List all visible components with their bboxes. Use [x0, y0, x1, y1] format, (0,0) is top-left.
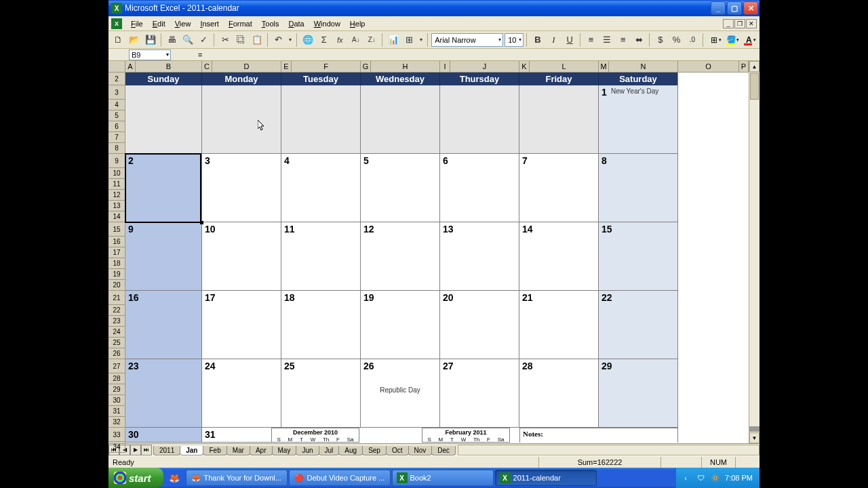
open-button[interactable]: 📂 — [127, 33, 142, 47]
task-button[interactable]: XBook2 — [392, 470, 494, 486]
col-header-I[interactable]: I — [440, 61, 450, 73]
cut-button[interactable]: ✂ — [218, 33, 233, 47]
row-header-26[interactable]: 26 — [108, 348, 125, 359]
clock[interactable]: 7:08 PM — [725, 474, 753, 482]
col-header-J[interactable]: J — [450, 61, 519, 73]
sheet-tab-jun[interactable]: Jun — [296, 446, 319, 455]
cal-cell-26[interactable]: 26Republic Day — [361, 359, 440, 428]
cells-area[interactable]: SundayMondayTuesdayWednesdayThursdayFrid… — [125, 73, 749, 443]
menu-edit[interactable]: Edit — [148, 18, 170, 29]
scroll-down-button[interactable]: ▼ — [749, 432, 760, 443]
row-headers[interactable]: 2345678910111213141516171819202122232425… — [108, 73, 125, 443]
col-header-O[interactable]: O — [678, 61, 739, 73]
row-header-10[interactable]: 10 — [108, 168, 125, 179]
doc-restore-button[interactable]: ❐ — [734, 19, 745, 28]
row-header-18[interactable]: 18 — [108, 258, 125, 269]
row-header-30[interactable]: 30 — [108, 395, 125, 406]
col-header-B[interactable]: B — [136, 61, 202, 73]
row-header-21[interactable]: 21 — [108, 291, 125, 305]
sheet-tab-2011[interactable]: 2011 — [153, 446, 180, 455]
cal-cell-11[interactable]: 11 — [281, 222, 361, 291]
sheet-tab-oct[interactable]: Oct — [386, 446, 409, 455]
row-header-4[interactable]: 4 — [108, 100, 125, 110]
menu-help[interactable]: Help — [345, 18, 370, 29]
sheet-tab-nov[interactable]: Nov — [408, 446, 433, 455]
cal-cell-29[interactable]: 29 — [599, 359, 678, 428]
cal-cell-25[interactable]: 25 — [281, 359, 361, 428]
row-header-19[interactable]: 19 — [108, 269, 125, 280]
italic-button[interactable]: I — [547, 33, 561, 47]
cal-cell-8[interactable]: 8 — [599, 154, 678, 222]
sort-desc-button[interactable]: Z↓ — [365, 33, 380, 47]
sheet-tab-jan[interactable]: Jan — [180, 446, 203, 455]
redo-dropdown[interactable]: ▾ — [288, 33, 294, 47]
row-header-16[interactable]: 16 — [108, 237, 125, 247]
cal-cell-31[interactable]: 31 — [202, 428, 281, 443]
cal-cell-17[interactable]: 17 — [202, 291, 281, 359]
align-center-button[interactable]: ☰ — [599, 33, 614, 47]
row-header-22[interactable]: 22 — [108, 305, 125, 316]
system-tray[interactable]: ‹ 🛡 🔅 7:08 PM — [675, 468, 760, 488]
align-right-button[interactable]: ≡ — [616, 33, 631, 47]
row-header-28[interactable]: 28 — [108, 373, 125, 384]
autosum-button[interactable]: Σ — [317, 33, 332, 47]
col-header-D[interactable]: D — [212, 61, 281, 73]
row-header-33[interactable]: 33 — [108, 428, 125, 442]
row-header-27[interactable]: 27 — [108, 359, 125, 373]
hyperlink-button[interactable]: 🌐 — [300, 33, 315, 47]
new-button[interactable]: 🗋 — [111, 33, 126, 47]
function-button[interactable]: fx — [333, 33, 348, 47]
menu-view[interactable]: View — [170, 18, 196, 29]
align-left-button[interactable]: ≡ — [584, 33, 599, 47]
task-button[interactable]: X2011-calendar — [495, 470, 597, 486]
cal-cell-2[interactable]: 2 — [125, 154, 202, 222]
cal-cell-blank[interactable] — [125, 85, 202, 154]
sheet-tab-dec[interactable]: Dec — [431, 446, 456, 455]
vertical-scrollbar[interactable]: ▲ ▼ — [749, 61, 760, 443]
row-header-2[interactable]: 2 — [108, 73, 125, 85]
save-button[interactable]: 💾 — [143, 33, 158, 47]
col-header-M[interactable]: M — [599, 61, 609, 73]
col-header-C[interactable]: C — [202, 61, 212, 73]
row-header-32[interactable]: 32 — [108, 417, 125, 428]
menu-tools[interactable]: Tools — [257, 18, 284, 29]
cal-cell-14[interactable]: 14 — [519, 222, 599, 291]
cal-cell-blank[interactable] — [202, 85, 281, 154]
cal-cell-23[interactable]: 23 — [125, 359, 202, 428]
sort-asc-button[interactable]: A↓ — [349, 33, 363, 47]
fill-color-button[interactable]: 🪣▾ — [724, 33, 739, 47]
sheet-tab-apr[interactable]: Apr — [250, 446, 273, 455]
col-header-E[interactable]: E — [281, 61, 292, 73]
print-button[interactable]: 🖶 — [165, 33, 180, 47]
cal-cell-7[interactable]: 7 — [519, 154, 599, 222]
cal-cell-12[interactable]: 12 — [361, 222, 440, 291]
tray-shield-icon[interactable]: 🛡 — [695, 472, 706, 483]
row-header-15[interactable]: 15 — [108, 222, 125, 237]
cal-cell-22[interactable]: 22 — [599, 291, 678, 359]
cal-cell-6[interactable]: 6 — [440, 154, 519, 222]
cal-cell-10[interactable]: 10 — [202, 222, 281, 291]
doc-minimize-button[interactable]: _ — [723, 19, 734, 28]
font-color-button[interactable]: A▾ — [741, 33, 757, 47]
font-size-combo[interactable]: 10 — [505, 33, 524, 47]
task-button[interactable]: 🦊Thank Your for Downl... — [186, 470, 288, 486]
cal-cell-blank[interactable] — [519, 85, 599, 154]
cal-cell-28[interactable]: 28 — [519, 359, 599, 428]
merge-button[interactable]: ⬌ — [632, 33, 647, 47]
menu-data[interactable]: Data — [283, 18, 309, 29]
cal-cell-27[interactable]: 27 — [440, 359, 519, 428]
paste-button[interactable]: 📋 — [250, 33, 264, 47]
worksheet-grid[interactable]: ABCDEFGHIJKLMNOP 23456789101112131415161… — [108, 61, 760, 443]
col-header-F[interactable]: F — [292, 61, 361, 73]
cal-cell-blank[interactable] — [440, 85, 519, 154]
row-header-29[interactable]: 29 — [108, 384, 125, 395]
cal-cell-20[interactable]: 20 — [440, 291, 519, 359]
row-header-14[interactable]: 14 — [108, 211, 125, 222]
drawing-button[interactable]: ▾ — [418, 33, 425, 47]
doc-icon[interactable]: X — [111, 18, 122, 29]
sheet-tab-jul[interactable]: Jul — [319, 446, 340, 455]
row-header-34[interactable]: 34 — [108, 442, 125, 453]
sheet-tab-sep[interactable]: Sep — [362, 446, 387, 455]
row-header-6[interactable]: 6 — [108, 121, 125, 132]
quick-launch-firefox[interactable]: 🦊 — [167, 470, 181, 485]
